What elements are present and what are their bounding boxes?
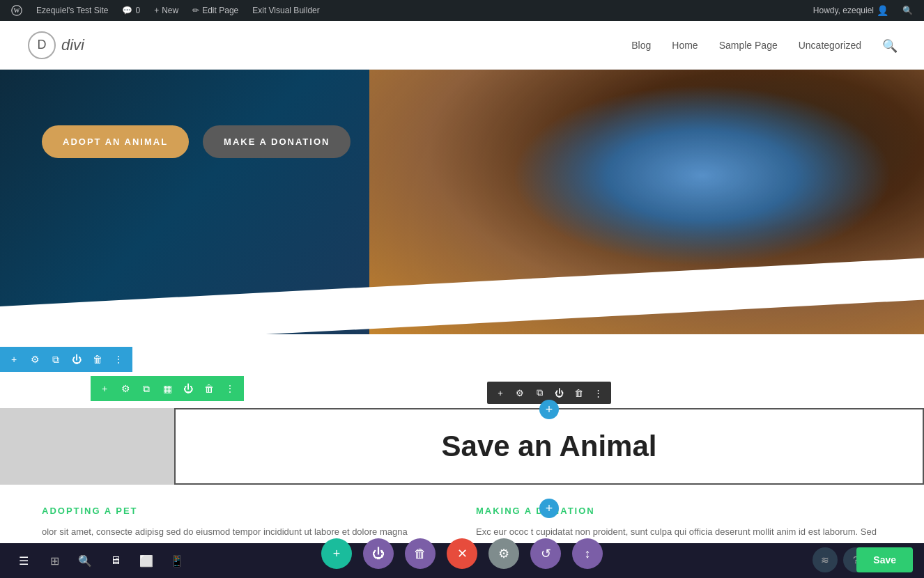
site-search-icon[interactable]: 🔍 xyxy=(882,38,896,52)
edit-page-item[interactable]: ✏ Edit Page xyxy=(187,0,244,21)
wp-logo-item[interactable]: W xyxy=(6,0,28,21)
hamburger-menu-button[interactable]: ☰ xyxy=(11,548,36,573)
howdy-item[interactable]: Howdy, ezequiel 👤 xyxy=(808,0,894,21)
nav-sample-page[interactable]: Sample Page xyxy=(719,40,778,51)
text-module-selected[interactable]: + ⚙ ⧉ ⏻ 🗑 ⋮ + Save an Animal + xyxy=(174,408,924,485)
column-toolbar: + ⚙ ⧉ ▦ ⏻ 🗑 ⋮ xyxy=(91,376,244,401)
svg-text:W: W xyxy=(14,7,20,14)
hero-section: ADOPT AN ANIMAL MAKE A DONATION xyxy=(0,70,924,334)
pencil-icon: ✏ xyxy=(192,6,199,15)
row-add-button[interactable]: + xyxy=(6,351,22,368)
fab-toggle-button[interactable]: ⏻ xyxy=(363,538,394,569)
user-avatar-icon: 👤 xyxy=(877,5,888,16)
row-toggle-button[interactable]: ⏻ xyxy=(68,351,85,368)
adopting-heading: ADOPTING A PET xyxy=(42,506,448,516)
fab-close-button[interactable]: ✕ xyxy=(447,538,477,569)
module-add-button[interactable]: + xyxy=(493,385,508,400)
module-duplicate-button[interactable]: ⧉ xyxy=(532,385,547,400)
row-delete-button[interactable]: 🗑 xyxy=(89,351,106,368)
donate-button[interactable]: MAKE A DONATION xyxy=(203,125,351,158)
site-name-item[interactable]: Ezequiel's Test Site xyxy=(31,0,114,21)
row-settings-button[interactable]: ⚙ xyxy=(26,351,43,368)
comments-item[interactable]: 💬 0 xyxy=(116,0,146,21)
builder-area: + ⚙ ⧉ ⏻ 🗑 ⋮ + ⚙ ⧉ ▦ ⏻ 🗑 ⋮ + ⚙ ⧉ ⏻ xyxy=(0,334,924,562)
row-toolbar: + ⚙ ⧉ ⏻ 🗑 ⋮ xyxy=(0,347,132,372)
search-admin-item[interactable]: 🔍 xyxy=(897,0,918,21)
module-more-button[interactable]: ⋮ xyxy=(590,385,606,400)
exit-builder-item[interactable]: Exit Visual Builder xyxy=(247,0,325,21)
donation-heading: MAKING A DONATION xyxy=(476,506,882,516)
logo-circle: D xyxy=(28,31,56,59)
adopt-button[interactable]: ADOPT AN ANIMAL xyxy=(42,125,189,158)
site-header: D divi Blog Home Sample Page Uncategoriz… xyxy=(0,21,924,70)
admin-bar: W Ezequiel's Test Site 💬 0 + New ✏ Edit … xyxy=(0,0,924,21)
add-module-top-button[interactable]: + xyxy=(539,400,559,419)
comment-icon: 💬 xyxy=(122,6,132,15)
col-add-button[interactable]: + xyxy=(96,380,113,397)
fab-delete-left-button[interactable]: 🗑 xyxy=(405,538,436,569)
fab-add-button[interactable]: + xyxy=(321,538,352,569)
save-button[interactable]: Save xyxy=(856,547,913,572)
site-nav: Blog Home Sample Page Uncategorized 🔍 xyxy=(631,38,896,52)
module-title: Save an Animal xyxy=(442,430,657,463)
tablet-view-button[interactable]: ⬜ xyxy=(134,548,159,573)
col-settings-button[interactable]: ⚙ xyxy=(117,380,134,397)
module-settings-button[interactable]: ⚙ xyxy=(512,385,528,400)
add-module-bottom-button[interactable]: + xyxy=(539,499,559,518)
col-columns-button[interactable]: ▦ xyxy=(159,380,176,397)
mobile-view-button[interactable]: 📱 xyxy=(164,548,190,573)
search-button[interactable]: 🔍 xyxy=(72,548,98,573)
nav-uncategorized[interactable]: Uncategorized xyxy=(799,40,861,51)
image-placeholder xyxy=(0,408,174,485)
desktop-view-button[interactable]: 🖥 xyxy=(103,548,128,573)
fab-redo-button[interactable]: ↕ xyxy=(572,538,603,569)
row-more-button[interactable]: ⋮ xyxy=(110,351,127,368)
grid-view-button[interactable]: ⊞ xyxy=(42,548,67,573)
fab-settings-button[interactable]: ⚙ xyxy=(488,538,519,569)
plus-icon: + xyxy=(154,6,159,15)
col-more-button[interactable]: ⋮ xyxy=(222,380,238,397)
col-toggle-button[interactable]: ⏻ xyxy=(180,380,197,397)
nav-blog[interactable]: Blog xyxy=(631,40,651,51)
site-logo[interactable]: D divi xyxy=(28,31,84,59)
search-icon: 🔍 xyxy=(902,6,913,15)
col-delete-button[interactable]: 🗑 xyxy=(201,380,217,397)
row-duplicate-button[interactable]: ⧉ xyxy=(47,351,64,368)
module-toggle-button[interactable]: ⏻ xyxy=(551,385,567,400)
portability-icon[interactable]: ≋ xyxy=(813,547,838,572)
nav-home[interactable]: Home xyxy=(672,40,698,51)
module-selected-area: + ⚙ ⧉ ⏻ 🗑 ⋮ + Save an Animal + xyxy=(0,408,924,485)
adopting-text: olor sit amet, consecte adipisg sed do e… xyxy=(42,524,448,540)
fab-undo-button[interactable]: ↺ xyxy=(530,538,561,569)
hero-buttons: ADOPT AN ANIMAL MAKE A DONATION xyxy=(42,125,351,158)
module-delete-button[interactable]: 🗑 xyxy=(571,385,586,400)
new-item[interactable]: + New xyxy=(148,0,184,21)
col-layout-button[interactable]: ⧉ xyxy=(138,380,155,397)
admin-bar-right: Howdy, ezequiel 👤 🔍 xyxy=(808,0,918,21)
